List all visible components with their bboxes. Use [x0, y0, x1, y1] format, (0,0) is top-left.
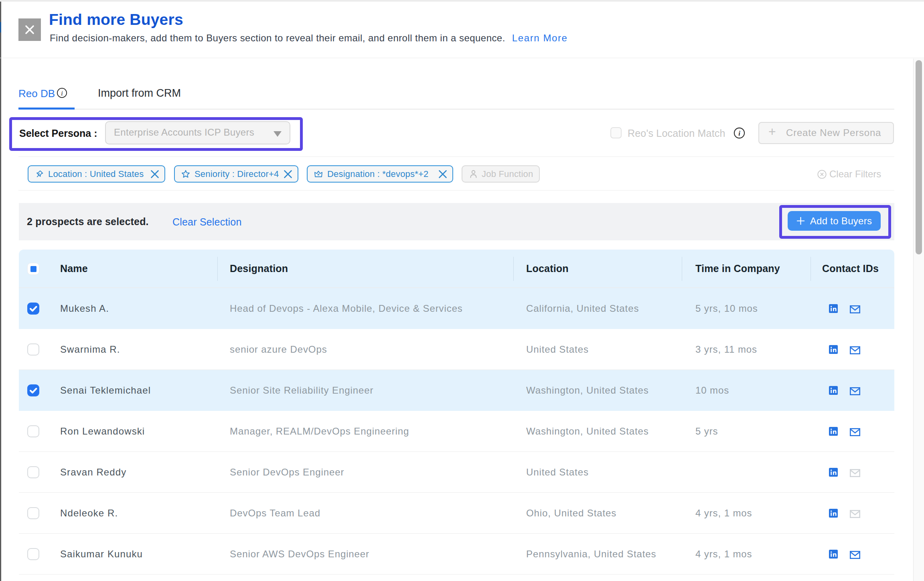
svg-text:i: i: [738, 130, 740, 137]
svg-text:i: i: [61, 90, 63, 97]
